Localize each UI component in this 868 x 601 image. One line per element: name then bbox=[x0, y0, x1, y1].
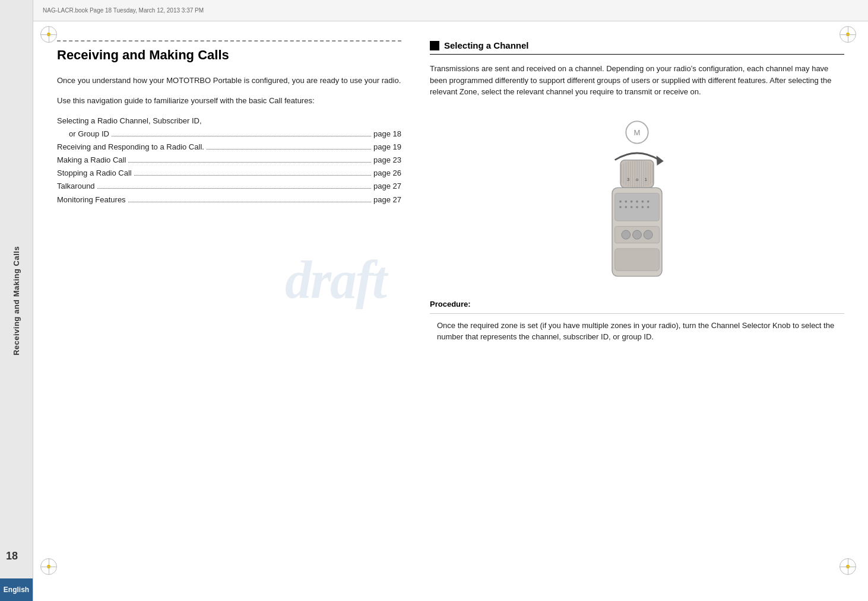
svg-rect-40 bbox=[615, 249, 660, 271]
svg-text:o: o bbox=[636, 177, 638, 182]
toc-page-5: page 27 bbox=[373, 193, 401, 206]
sidebar: Receiving and Making Calls 18 English bbox=[0, 0, 33, 601]
toc-page-0: page 18 bbox=[373, 128, 401, 141]
radio-illustration-container: M bbox=[430, 110, 844, 288]
toc-page-1: page 19 bbox=[373, 141, 401, 154]
toc-item-2-text: Making a Radio Call bbox=[57, 154, 126, 167]
intro-text-2: Use this navigation guide to familiarize… bbox=[57, 95, 401, 107]
svg-point-35 bbox=[647, 206, 650, 208]
section-block-icon bbox=[430, 41, 439, 50]
svg-text:1: 1 bbox=[645, 177, 647, 182]
toc-dots-0 bbox=[112, 136, 371, 136]
section-title: Selecting a Channel bbox=[444, 40, 529, 50]
toc-item-3: Stopping a Radio Call page 26 bbox=[57, 167, 401, 180]
page-number: 18 bbox=[6, 550, 18, 562]
language-label: English bbox=[2, 586, 30, 594]
toc-item-2: Making a Radio Call page 23 bbox=[57, 154, 401, 167]
toc-dots-1 bbox=[207, 149, 371, 150]
svg-point-30 bbox=[619, 206, 622, 208]
svg-point-39 bbox=[644, 230, 652, 239]
toc-page-4: page 27 bbox=[373, 180, 401, 193]
right-column: Selecting a Channel Transmissions are se… bbox=[430, 40, 844, 577]
toc-item-4: Talkaround page 27 bbox=[57, 180, 401, 193]
section-header: Selecting a Channel bbox=[430, 40, 844, 55]
dashed-separator bbox=[57, 40, 401, 42]
header-text: NAG-LACR.book Page 18 Tuesday, March 12,… bbox=[43, 7, 204, 14]
toc-list: Selecting a Radio Channel, Subscriber ID… bbox=[57, 115, 401, 206]
toc-dots-2 bbox=[128, 162, 371, 163]
left-column: Receiving and Making Calls Once you unde… bbox=[57, 40, 401, 577]
svg-point-32 bbox=[631, 206, 633, 208]
main-content: NAG-LACR.book Page 18 Tuesday, March 12,… bbox=[33, 0, 868, 601]
svg-point-38 bbox=[633, 230, 642, 239]
toc-dots-5 bbox=[128, 202, 371, 202]
procedure-section: Procedure: Once the required zone is set… bbox=[430, 300, 844, 343]
page-header: NAG-LACR.book Page 18 Tuesday, March 12,… bbox=[33, 0, 868, 21]
svg-point-24 bbox=[619, 200, 622, 202]
toc-item-0b: or Group ID page 18 bbox=[57, 128, 401, 141]
toc-item-0-text: Selecting a Radio Channel, Subscriber ID… bbox=[57, 115, 202, 128]
section-description: Transmissions are sent and received on a… bbox=[430, 63, 844, 98]
svg-marker-2 bbox=[657, 155, 664, 166]
toc-page-2: page 23 bbox=[373, 154, 401, 167]
toc-item-4-text: Talkaround bbox=[57, 180, 95, 193]
toc-item-0b-text: or Group ID bbox=[69, 128, 109, 141]
svg-text:3: 3 bbox=[627, 177, 629, 182]
svg-point-37 bbox=[622, 230, 631, 239]
toc-item-3-text: Stopping a Radio Call bbox=[57, 167, 132, 180]
svg-point-34 bbox=[641, 206, 644, 208]
svg-point-26 bbox=[631, 200, 633, 202]
toc-item-1: Receiving and Responding to a Radio Call… bbox=[57, 141, 401, 154]
intro-text-1: Once you understand how your MOTOTRBO Po… bbox=[57, 75, 401, 87]
toc-item-5-text: Monitoring Features bbox=[57, 193, 126, 206]
svg-point-31 bbox=[625, 206, 627, 208]
toc-dots-3 bbox=[134, 175, 371, 176]
radio-illustration: M bbox=[578, 116, 696, 282]
svg-point-27 bbox=[636, 200, 638, 202]
svg-point-29 bbox=[647, 200, 650, 202]
language-tab: English bbox=[0, 578, 33, 601]
toc-item-1-text: Receiving and Responding to a Radio Call… bbox=[57, 141, 204, 154]
toc-page-3: page 26 bbox=[373, 167, 401, 180]
svg-point-33 bbox=[636, 206, 638, 208]
toc-dots-4 bbox=[97, 188, 371, 189]
toc-item-0: Selecting a Radio Channel, Subscriber ID… bbox=[57, 115, 401, 128]
svg-point-28 bbox=[641, 200, 644, 202]
svg-point-25 bbox=[625, 200, 627, 202]
toc-item-5: Monitoring Features page 27 bbox=[57, 193, 401, 206]
sidebar-chapter-label: Receiving and Making Calls bbox=[12, 246, 21, 355]
svg-text:M: M bbox=[634, 128, 641, 136]
procedure-title: Procedure: bbox=[430, 300, 844, 309]
chapter-title: Receiving and Making Calls bbox=[57, 47, 401, 63]
procedure-text: Once the required zone is set (if you ha… bbox=[430, 313, 844, 343]
content-columns: Receiving and Making Calls Once you unde… bbox=[33, 21, 868, 601]
